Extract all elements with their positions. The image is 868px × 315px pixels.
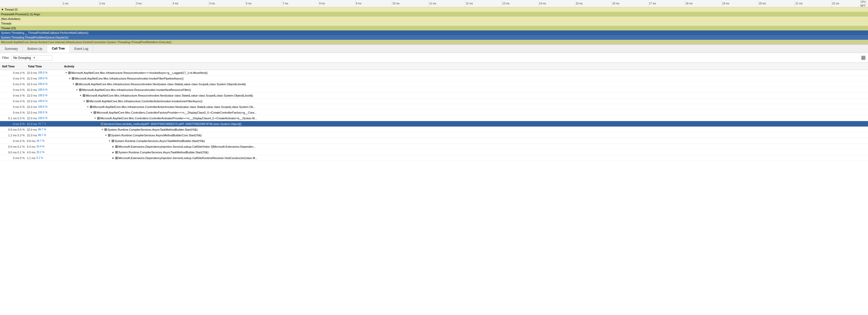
expand-button[interactable]: ▼ (72, 83, 75, 86)
activity-text: Microsoft.AspNetCore.Mvc.Infrastructure.… (71, 71, 208, 74)
expand-button[interactable]: ▼ (97, 122, 100, 125)
table-row[interactable]: 0 ms 0 %1.1 ms5.1 % ▶Microsoft.Extension… (0, 155, 868, 161)
activity-icon (86, 100, 89, 102)
expand-button[interactable]: ▼ (86, 105, 89, 108)
activity-icon (108, 134, 111, 136)
indent-spacer (64, 111, 89, 114)
settings-icon[interactable] (861, 55, 866, 60)
ruler-labels: 1 ms2 ms3 ms4 ms5 ms6 ms7 ms8 ms9 ms10 m… (0, 0, 868, 7)
activity-icon (115, 157, 118, 159)
tab-bottom-up[interactable]: Bottom-Up (23, 45, 47, 53)
expand-button[interactable]: ▶ (112, 145, 115, 148)
table-row[interactable]: 0 ms 0 %22.0 ms100.0 % ▼Microsoft.AspNet… (0, 81, 868, 87)
tabs-bar: SummaryBottom-UpCall TreeEvent Log (0, 45, 868, 53)
activity-text: Microsoft.AspNetCore.Mvc.Infrastructure.… (86, 94, 253, 97)
table-row[interactable]: 0 ms 0 %9.8 ms44.7 % ▼System.Runtime.Com… (0, 138, 868, 144)
expand-button[interactable]: ▶ (112, 156, 115, 160)
ruler-tick: 13 ms (502, 0, 538, 7)
svg-rect-4 (863, 57, 864, 58)
table-row[interactable]: 0 ms 0 %22.0 ms99.7 % ▼dynamicClass.lamb… (0, 121, 868, 127)
cell-activity: ▶Microsoft.Extensions.DependencyInjectio… (62, 156, 868, 160)
cell-self-time: 0 ms 0 % (0, 122, 26, 125)
tab-summary[interactable]: Summary (0, 45, 23, 53)
svg-rect-0 (862, 56, 863, 57)
activity-text: Microsoft.AspNetCore.Mvc.Controllers.Con… (97, 111, 256, 114)
expand-button[interactable]: ▼ (90, 111, 93, 114)
activity-text: Microsoft.Extensions.DependencyInjection… (118, 145, 256, 148)
cell-self-time: 0 ms 0 % (0, 111, 26, 114)
expand-button[interactable]: ▶ (112, 151, 115, 154)
indent-spacer (64, 88, 75, 91)
expand-button[interactable]: ▼ (75, 88, 79, 91)
tab-event-log[interactable]: Event Log (70, 45, 93, 53)
activity-text: Microsoft.Extensions.DependencyInjection… (118, 156, 257, 160)
cell-activity: ▼Microsoft.AspNetCore.Mvc.Infrastructure… (62, 71, 868, 74)
cpu-label: CPU (859, 0, 868, 4)
table-row[interactable]: 0 ms 0 %22.0 ms100.0 % ▼Microsoft.AspNet… (0, 87, 868, 93)
expand-button[interactable]: ▼ (68, 77, 71, 80)
cell-total-time: 22.0 ms100.0 % (26, 105, 62, 108)
cell-total-time: 4.5 ms20.2 % (26, 151, 62, 154)
indent-spacer (64, 94, 79, 97)
expand-button[interactable]: ▼ (104, 134, 107, 137)
activity-icon (97, 117, 100, 120)
table-row[interactable]: 0 ms 0 %22.0 ms100.0 % ▼Microsoft.AspNet… (0, 98, 868, 104)
ruler-tick: 9 ms (355, 0, 392, 7)
table-row[interactable]: 1.2 ms 5.3 %22.0 ms99.7 % ▼System.Runtim… (0, 132, 868, 138)
table-row[interactable]: 0.0 ms 0.1 %4.5 ms20.2 % ▶System.Runtime… (0, 150, 868, 155)
expand-button[interactable]: ▼ (83, 100, 86, 103)
cell-total-time: 5.4 ms24.4 % (26, 145, 62, 148)
svg-rect-1 (863, 56, 864, 57)
svg-rect-5 (864, 57, 865, 58)
dropdown-arrow-icon: ▼ (33, 56, 36, 59)
cell-total-time: 22.0 ms100.0 % (26, 88, 62, 91)
expand-button[interactable]: ▼ (101, 128, 104, 131)
ruler-tick: 14 ms (538, 0, 575, 7)
table-row[interactable]: 0 ms 0 %22.0 ms100.0 % ▼Microsoft.AspNet… (0, 70, 868, 76)
cell-total-time: 22.0 ms100.0 % (26, 100, 62, 103)
table-row[interactable]: 0 ms 0 %22.0 ms100.0 % ▼Microsoft.AspNet… (0, 104, 868, 110)
cell-activity: ▼Microsoft.AspNetCore.Mvc.Infrastructure… (62, 105, 868, 108)
table-row[interactable]: 0 ms 0 %22.0 ms100.0 % ▼Microsoft.AspNet… (0, 76, 868, 81)
activity-text: Microsoft.AspNetCore.Mvc.Infrastructure.… (75, 77, 184, 80)
grouping-dropdown[interactable]: No Grouping ▼ (11, 55, 53, 60)
thread-row: Microsoft.AspNetCore.Server.Kestrel.Core… (0, 40, 868, 44)
cell-activity: ▼Microsoft.AspNetCore.Mvc.Infrastructure… (62, 100, 868, 103)
activity-text: System.Runtime.CompilerServices.AsyncTas… (118, 151, 209, 154)
activity-icon (68, 71, 71, 74)
expand-button[interactable]: ▼ (108, 139, 111, 143)
ruler-tick: 1 ms (62, 0, 99, 7)
cell-total-time: 22.0 ms99.7 % (26, 122, 62, 125)
tab-call-tree[interactable]: Call Tree (47, 45, 70, 53)
col-total-time-header: Total Time (26, 65, 62, 68)
expand-button[interactable]: ▼ (65, 71, 68, 74)
expand-button[interactable]: ▼ (79, 94, 82, 97)
cell-activity: ▼Microsoft.AspNetCore.Mvc.Infrastructure… (62, 88, 868, 91)
activity-text: System.Runtime.CompilerServices.AsyncMet… (111, 134, 202, 137)
ruler-tick: 20 ms (758, 0, 795, 7)
ruler-tick: 16 ms (612, 0, 648, 7)
table-row[interactable]: 0 ms 0 %22.0 ms100.0 % ▼Microsoft.AspNet… (0, 110, 868, 116)
activity-icon (83, 94, 85, 97)
ruler-tick: 3 ms (135, 0, 172, 7)
indent-spacer (64, 156, 111, 160)
col-self-time-header: Self Time (0, 65, 26, 68)
svg-rect-7 (863, 59, 864, 60)
ruler-tick: 19 ms (721, 0, 758, 7)
activity-icon (79, 89, 82, 91)
cell-activity: ▼dynamicClass.lambda_method(pMT: 00007FB… (62, 122, 868, 125)
svg-rect-8 (864, 59, 865, 60)
activity-icon (75, 83, 78, 86)
cell-activity: ▼Microsoft.AspNetCore.Mvc.Infrastructure… (62, 83, 868, 86)
indent-spacer (64, 105, 86, 108)
thread-row: (Non-Activities) (0, 17, 868, 21)
activity-text: System.Runtime.CompilerServices.AsyncTas… (107, 128, 197, 131)
table-row[interactable]: 0.0 ms 0.0 %22.0 ms99.7 % ▼System.Runtim… (0, 127, 868, 132)
table-row[interactable]: 0.0 ms 0.2 %5.4 ms24.4 % ▶Microsoft.Exte… (0, 144, 868, 150)
indent-spacer (64, 145, 111, 148)
table-row[interactable]: 0.1 ms 0.3 %22.0 ms100.0 % ▼Microsoft.As… (0, 116, 868, 121)
expand-button[interactable]: ▼ (94, 117, 97, 120)
table-row[interactable]: 0 ms 0 %22.0 ms100.0 % ▼Microsoft.AspNet… (0, 93, 868, 98)
ruler-tick: 15 ms (575, 0, 612, 7)
ruler-tick: 2 ms (99, 0, 135, 7)
